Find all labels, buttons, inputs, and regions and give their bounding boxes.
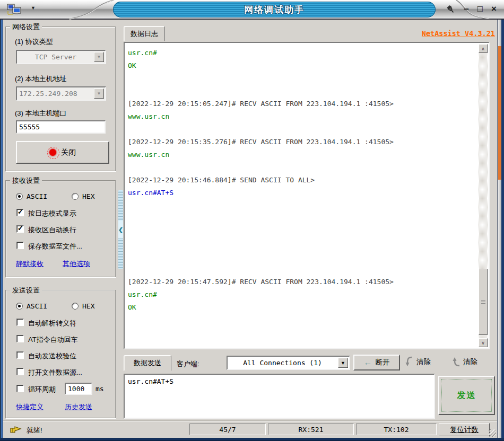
connection-status-icon [49, 149, 56, 156]
save-to-file-checkbox[interactable] [16, 242, 24, 249]
auto-wrap-label: 接收区自动换行 [28, 225, 76, 235]
at-cr-label: AT指令自动回车 [28, 335, 78, 345]
other-options-link[interactable]: 其他选项 [63, 259, 90, 269]
reset-count-label: 复位计数 [450, 425, 479, 435]
port-label: (3) 本地主机端口 [15, 109, 67, 118]
resize-grip[interactable] [489, 429, 496, 437]
log-line [128, 225, 476, 237]
recv-hex-radio[interactable] [72, 193, 79, 200]
save-to-file-label: 保存数据至文件... [28, 242, 82, 251]
close-button[interactable]: × [488, 2, 500, 16]
log-line [128, 123, 476, 136]
file-source-label: 打开文件数据源... [28, 368, 82, 377]
status-bar: 就绪! 45/7 RX:521 TX:102 复位计数 [3, 421, 497, 438]
log-mode-checkbox[interactable] [16, 209, 24, 216]
host-dropdown-icon[interactable]: ▼ [94, 89, 104, 99]
log-line [128, 212, 476, 225]
status-ready-text: 就绪! [27, 426, 42, 435]
reset-count-button[interactable]: 复位计数 [439, 423, 490, 436]
thumb-grip-icon [481, 300, 485, 304]
tab-data-log-label: 数据日志 [131, 29, 158, 39]
cycle-checkbox[interactable] [16, 385, 24, 392]
shortcut-define-link[interactable]: 快捷定义 [16, 402, 44, 412]
send-settings-title: 发送设置 [10, 286, 42, 295]
panel-splitter[interactable]: ❮ [118, 190, 123, 269]
minimize-button[interactable]: – [460, 2, 472, 16]
log-line: usr.cn# [128, 47, 476, 59]
scroll-up-icon[interactable]: ∧ [479, 44, 488, 53]
send-hex-label: HEX [82, 302, 94, 310]
collapse-panel-icon[interactable]: ❮ [118, 220, 123, 239]
network-settings-title: 网络设置 [10, 22, 42, 32]
titlebar-menu-arrow-icon[interactable]: ▼ [31, 5, 36, 11]
log-line [128, 199, 476, 212]
log-line: [2022-12-29 20:15:35.276]# RECV ASCII FR… [128, 136, 476, 148]
status-rx-panel: RX:521 [268, 424, 354, 435]
recv-ascii-radio[interactable] [16, 193, 23, 200]
log-line [128, 237, 476, 250]
version-link[interactable]: NetAssist V4.3.21 [389, 29, 495, 38]
host-value: 172.25.249.208 [17, 87, 105, 100]
clear-send-button[interactable]: 清除 [451, 356, 477, 367]
protocol-value: TCP Server [17, 51, 105, 63]
status-tx-panel: TX:102 [356, 424, 437, 435]
escape-parse-checkbox[interactable] [16, 319, 24, 326]
connection-value: All Connections (1) [228, 357, 349, 369]
log-scrollbar[interactable]: ∧ ∨ [479, 44, 488, 347]
connection-select[interactable]: All Connections (1) ▼ [227, 356, 350, 370]
log-mode-label: 按日志模式显示 [28, 209, 76, 218]
checksum-checkbox[interactable] [16, 351, 24, 359]
log-line [128, 85, 476, 98]
frame-orange-accent [498, 46, 501, 180]
send-button-label: 发送 [457, 390, 476, 401]
file-source-checkbox[interactable] [16, 368, 24, 375]
clear-recv-arrow-icon [405, 356, 414, 367]
cycle-period-input[interactable] [65, 383, 92, 395]
log-line [128, 250, 476, 263]
log-line: www.usr.cn [128, 148, 476, 161]
send-ascii-label: ASCII [27, 302, 47, 310]
clear-send-arrow-icon [451, 356, 460, 367]
disconnect-button[interactable]: ← 断开 [353, 355, 400, 371]
window-left-border [0, 20, 3, 438]
recv-hex-label: HEX [82, 192, 94, 200]
protocol-select[interactable]: TCP Server ▼ [16, 50, 106, 64]
clear-recv-label: 清除 [416, 357, 431, 367]
tab-data-send-label: 数据发送 [134, 358, 161, 368]
data-log-area[interactable]: usr.cn#OK [2022-12-29 20:15:05.247]# REC… [124, 42, 490, 349]
log-line: [2022-12-29 20:15:46.884]# SEND ASCII TO… [128, 174, 476, 187]
log-line: OK [128, 301, 476, 314]
send-hex-radio[interactable] [72, 303, 79, 310]
app-icon[interactable] [7, 4, 25, 16]
log-line: usr.cn#AT+S [128, 187, 476, 199]
at-cr-checkbox[interactable] [16, 335, 24, 342]
auto-wrap-checkbox[interactable] [16, 225, 24, 233]
cycle-unit: ms [95, 385, 104, 393]
scroll-down-icon[interactable]: ∨ [479, 338, 488, 347]
disconnect-arrow-icon: ← [364, 358, 372, 367]
close-connection-button[interactable]: 关闭 [16, 141, 109, 164]
log-line [128, 263, 476, 276]
send-button[interactable]: 发送 [438, 376, 495, 415]
log-lines: usr.cn#OK [2022-12-29 20:15:05.247]# REC… [126, 44, 478, 347]
app-window: ▼ 网络调试助手 – □ × 网络设置 (1) 协议类型 TCP Serve [0, 0, 504, 441]
port-input[interactable] [16, 120, 106, 134]
send-ascii-radio[interactable] [16, 303, 23, 310]
connection-dropdown-icon[interactable]: ▼ [338, 358, 348, 368]
history-send-link[interactable]: 历史发送 [65, 402, 92, 412]
tab-data-send[interactable]: 数据发送 [124, 355, 171, 371]
window-right-border [497, 20, 504, 438]
title-band: 网络调试助手 [113, 2, 436, 17]
protocol-dropdown-icon[interactable]: ▼ [94, 52, 104, 62]
host-select[interactable]: 172.25.249.208 ▼ [16, 86, 106, 101]
maximize-button[interactable]: □ [474, 2, 486, 16]
window-title: 网络调试助手 [244, 4, 305, 16]
log-line [128, 72, 476, 85]
send-input[interactable]: usr.cn#AT+S [124, 374, 435, 419]
recv-settings-title: 接收设置 [10, 176, 42, 186]
silent-recv-link[interactable]: 静默接收 [16, 259, 44, 269]
titlebar[interactable]: ▼ 网络调试助手 – □ × [0, 0, 504, 20]
clear-recv-button[interactable]: 清除 [405, 356, 431, 367]
scrollbar-thumb[interactable] [479, 269, 488, 335]
tab-data-log[interactable]: 数据日志 [124, 26, 165, 41]
